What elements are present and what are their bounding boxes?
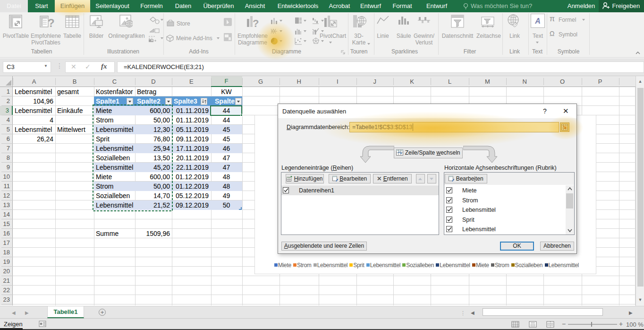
svg-text:?: ? <box>253 17 259 28</box>
svg-text:?: ? <box>48 17 55 28</box>
